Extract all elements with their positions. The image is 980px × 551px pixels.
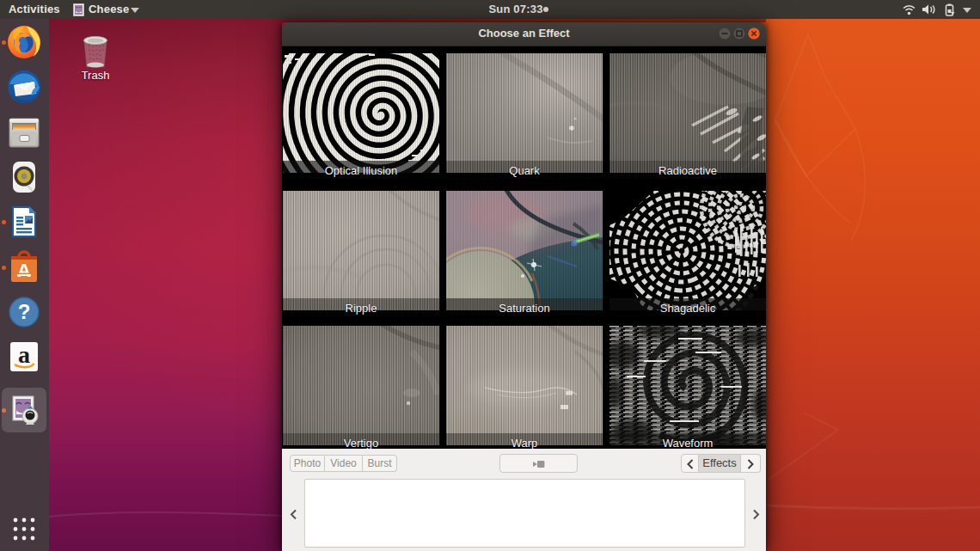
svg-text:?: ? — [18, 300, 31, 323]
svg-text:a: a — [18, 341, 30, 368]
svg-text:A: A — [17, 260, 31, 281]
